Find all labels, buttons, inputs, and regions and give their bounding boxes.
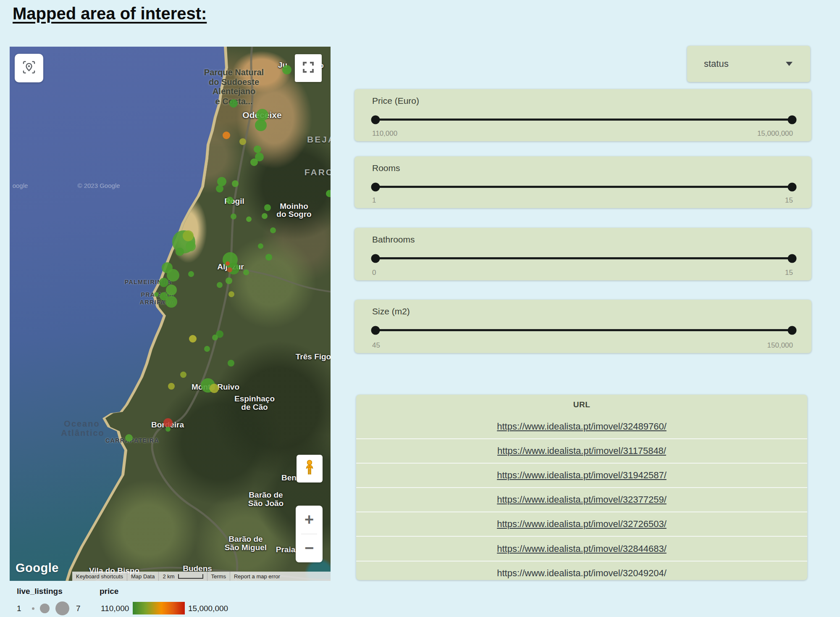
terms-link[interactable]: Terms: [207, 572, 230, 581]
listing-link[interactable]: https://www.idealista.pt/imovel/31175848…: [497, 446, 666, 456]
rooms-slider-track[interactable]: [375, 186, 792, 188]
listing-marker[interactable]: [250, 158, 258, 166]
listing-marker[interactable]: [255, 119, 267, 131]
price-slider-handle-max[interactable]: [788, 115, 797, 124]
listing-marker[interactable]: [217, 282, 223, 288]
listing-marker[interactable]: [189, 335, 197, 343]
listing-marker[interactable]: [282, 65, 291, 74]
map-label: Alentejano: [213, 87, 255, 96]
listing-marker[interactable]: [125, 434, 133, 442]
listing-marker[interactable]: [326, 190, 331, 197]
listing-marker[interactable]: [180, 372, 186, 378]
map-attribution-bar: Keyboard shortcuts Map Data 2 km Terms R…: [72, 572, 331, 581]
size-slider-handle-min[interactable]: [371, 326, 380, 335]
size-slider-track[interactable]: [375, 329, 792, 331]
listing-marker[interactable]: [154, 292, 159, 297]
listing-marker[interactable]: [163, 418, 173, 427]
listing-marker[interactable]: [165, 296, 177, 308]
listing-marker[interactable]: [183, 230, 194, 241]
table-row: https://www.idealista.pt/imovel/32049204…: [356, 561, 807, 580]
listing-link[interactable]: https://www.idealista.pt/imovel/31942587…: [497, 470, 667, 481]
price-slider-track[interactable]: [375, 119, 792, 121]
listing-marker[interactable]: [210, 384, 219, 393]
listing-marker[interactable]: [262, 213, 268, 219]
status-dropdown-label: status: [704, 58, 729, 69]
listing-marker[interactable]: [228, 291, 234, 297]
rooms-slider-handle-min[interactable]: [371, 182, 380, 191]
listing-marker[interactable]: [226, 261, 230, 266]
zoom-in-button[interactable]: +: [296, 506, 323, 534]
listing-marker[interactable]: [188, 271, 194, 277]
map-data-link[interactable]: Map Data: [127, 572, 158, 581]
listing-marker[interactable]: [176, 248, 184, 256]
dashboard: Mapped area of interest: Parque Naturald…: [0, 0, 840, 617]
listing-marker[interactable]: [223, 132, 230, 139]
listing-marker[interactable]: [228, 360, 234, 367]
rooms-filter-panel: Rooms 1 15: [354, 156, 811, 208]
listing-marker[interactable]: [216, 185, 223, 192]
listing-link[interactable]: https://www.idealista.pt/imovel/32049204…: [497, 568, 667, 579]
listing-marker[interactable]: [270, 227, 276, 233]
size-slider-handle-max[interactable]: [788, 326, 797, 335]
listing-marker[interactable]: [232, 180, 239, 187]
listing-marker[interactable]: [212, 335, 218, 340]
price-slider-handle-min[interactable]: [371, 115, 380, 124]
listing-marker[interactable]: [239, 138, 246, 145]
url-table-header: URL: [356, 395, 807, 415]
area-of-interest-button[interactable]: [15, 54, 43, 82]
listing-link[interactable]: https://www.idealista.pt/imovel/32844683…: [497, 543, 667, 554]
pegman-icon: [303, 459, 316, 478]
bathrooms-slider-handle-min[interactable]: [371, 254, 380, 263]
pegman-button[interactable]: [297, 455, 323, 483]
listing-marker[interactable]: [159, 278, 168, 287]
fullscreen-button[interactable]: [295, 54, 322, 82]
listing-marker[interactable]: [256, 109, 268, 121]
listing-marker[interactable]: [258, 243, 263, 249]
listing-marker[interactable]: [229, 99, 238, 108]
zoom-out-button[interactable]: −: [296, 534, 323, 562]
table-row: https://www.idealista.pt/imovel/32726503…: [356, 512, 807, 536]
listing-marker[interactable]: [226, 197, 234, 204]
price-min-value: 110,000: [372, 129, 397, 138]
rooms-slider-handle-max[interactable]: [788, 182, 797, 191]
listing-marker[interactable]: [254, 145, 261, 153]
listing-marker[interactable]: [226, 277, 232, 284]
map-label: Parque Natural: [204, 68, 264, 77]
listing-link[interactable]: https://www.idealista.pt/imovel/32377259…: [497, 494, 667, 505]
listing-marker[interactable]: [166, 285, 177, 295]
status-dropdown[interactable]: status: [687, 46, 810, 82]
price-legend-min: 110,000: [101, 604, 129, 613]
listing-link[interactable]: https://www.idealista.pt/imovel/32726503…: [497, 519, 667, 530]
size-min-value: 45: [372, 341, 380, 350]
url-table-body: https://www.idealista.pt/imovel/32489760…: [356, 415, 807, 580]
listing-marker[interactable]: [227, 267, 232, 272]
rooms-max-value: 15: [785, 196, 793, 205]
keyboard-shortcuts-link[interactable]: Keyboard shortcuts: [72, 572, 127, 581]
bathrooms-max-value: 15: [785, 269, 793, 277]
listing-marker[interactable]: [231, 214, 236, 219]
listing-marker[interactable]: [168, 383, 175, 390]
size-slider-label: Size (m2): [372, 306, 410, 316]
map-label: Barão de: [249, 490, 283, 500]
map-label: de Cão: [241, 403, 268, 412]
listing-marker[interactable]: [186, 241, 196, 251]
listing-marker[interactable]: [264, 204, 271, 211]
table-row: https://www.idealista.pt/imovel/32377259…: [356, 487, 807, 512]
price-legend-gradient: [133, 602, 185, 614]
listing-link[interactable]: https://www.idealista.pt/imovel/32489760…: [497, 421, 667, 432]
google-logo[interactable]: Google: [16, 561, 59, 575]
price-legend-max: 15,000,000: [188, 604, 228, 613]
listing-marker[interactable]: [167, 269, 179, 282]
listing-marker[interactable]: [165, 427, 171, 432]
listing-marker[interactable]: [243, 269, 249, 275]
map[interactable]: Parque Naturaldo SudoesteAlentejanoe Cos…: [10, 47, 331, 581]
bathrooms-slider-track[interactable]: [375, 257, 792, 259]
price-max-value: 15,000,000: [757, 129, 793, 138]
listing-marker[interactable]: [265, 254, 272, 261]
map-label: Espinhaço: [234, 394, 275, 403]
size-legend-title: live_listings: [17, 587, 63, 596]
listing-marker[interactable]: [204, 346, 210, 352]
bathrooms-slider-handle-max[interactable]: [788, 254, 797, 263]
report-map-error-link[interactable]: Report a map error: [230, 572, 284, 581]
listing-marker[interactable]: [246, 216, 252, 222]
